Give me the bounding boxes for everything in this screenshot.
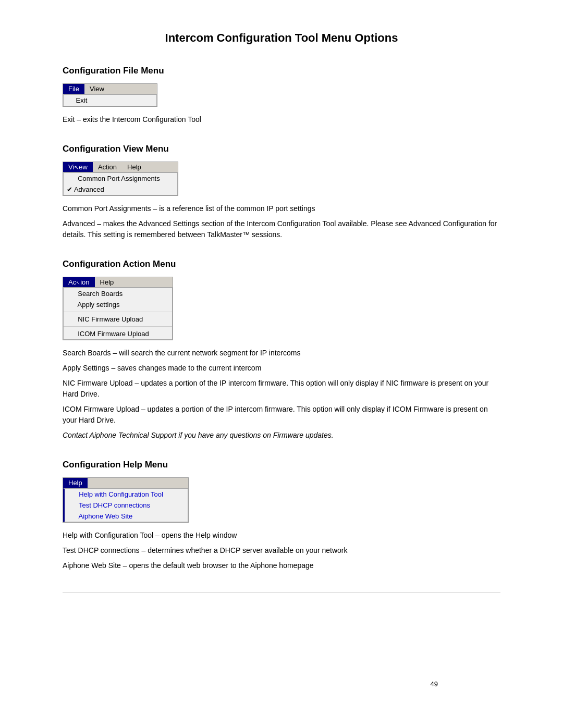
- action-firmware-note: Contact Aiphone Technical Support if you…: [63, 430, 500, 441]
- help-menu-section: Configuration Help Menu Help Help with C…: [63, 460, 500, 571]
- view-menu-mock: View Action Help Common Port Assignments…: [63, 162, 178, 196]
- view-menu-common-port[interactable]: Common Port Assignments: [64, 173, 177, 184]
- view-advanced-description: Advanced – makes the Advanced Settings s…: [63, 218, 500, 240]
- page-title: Intercom Configuration Tool Menu Options: [63, 31, 500, 45]
- file-menu-bar: File View: [63, 84, 157, 94]
- action-menu-section: Configuration Action Menu Ac↖ion Help Se…: [63, 259, 500, 441]
- action-nic-firmware-description: NIC Firmware Upload – updates a portion …: [63, 378, 500, 400]
- help-aiphone-web-description: Aiphone Web Site – opens the default web…: [63, 560, 500, 571]
- file-menu-exit[interactable]: Exit: [64, 95, 156, 106]
- view-common-port-description: Common Port Assignments – is a reference…: [63, 203, 500, 214]
- help-test-dhcp-description: Test DHCP connections – determines wheth…: [63, 545, 500, 556]
- view-menu-heading: Configuration View Menu: [63, 144, 500, 154]
- help-menu-aiphone-web[interactable]: Aiphone Web Site: [65, 511, 188, 522]
- view-menu-dropdown: Common Port Assignments ✔ Advanced: [63, 172, 178, 195]
- action-menu-sep2: [64, 326, 172, 327]
- file-menu-dropdown: Exit: [63, 94, 157, 106]
- action-menu-heading: Configuration Action Menu: [63, 259, 500, 269]
- file-menu-mock: File View Exit: [63, 83, 157, 107]
- file-menu-bar-view[interactable]: View: [84, 84, 109, 94]
- action-menu-mock: Ac↖ion Help Search Boards Apply settings…: [63, 277, 173, 340]
- file-menu-bar-file[interactable]: File: [63, 84, 84, 94]
- action-menu-search-boards[interactable]: Search Boards: [64, 288, 172, 299]
- help-menu-mock: Help Help with Configuration Tool Test D…: [63, 477, 189, 523]
- action-menu-bar-help[interactable]: Help: [95, 277, 119, 287]
- page-number: 49: [431, 680, 438, 688]
- help-menu-config-tool[interactable]: Help with Configuration Tool: [65, 489, 188, 500]
- view-menu-bar-help[interactable]: Help: [122, 162, 146, 172]
- action-search-boards-description: Search Boards – will search the current …: [63, 348, 500, 359]
- view-menu-bar: View Action Help: [63, 162, 178, 172]
- file-menu-section: Configuration File Menu File View Exit E…: [63, 66, 500, 125]
- action-menu-apply-settings[interactable]: Apply settings: [64, 299, 172, 310]
- footer-divider: [63, 592, 500, 593]
- view-menu-section: Configuration View Menu View Action Help…: [63, 144, 500, 240]
- action-menu-bar: Ac↖ion Help: [63, 277, 173, 288]
- action-menu-bar-action[interactable]: Ac↖ion: [63, 277, 95, 287]
- help-menu-heading: Configuration Help Menu: [63, 460, 500, 470]
- action-apply-settings-description: Apply Settings – saves changes made to t…: [63, 363, 500, 374]
- action-menu-sep1: [64, 312, 172, 312]
- action-menu-dropdown: Search Boards Apply settings NIC Firmwar…: [63, 288, 173, 340]
- help-menu-test-dhcp[interactable]: Test DHCP connections: [65, 500, 188, 511]
- action-menu-nic-firmware[interactable]: NIC Firmware Upload: [64, 314, 172, 325]
- help-menu-bar-help[interactable]: Help: [63, 478, 88, 488]
- view-menu-bar-view[interactable]: View: [63, 162, 93, 172]
- file-exit-description: Exit – exits the Intercom Configuration …: [63, 114, 500, 125]
- view-menu-advanced[interactable]: ✔ Advanced: [64, 184, 177, 195]
- action-menu-icom-firmware[interactable]: ICOM Firmware Upload: [64, 328, 172, 339]
- help-menu-bar: Help: [63, 478, 188, 488]
- view-menu-bar-action[interactable]: Action: [93, 162, 122, 172]
- help-menu-dropdown: Help with Configuration Tool Test DHCP c…: [63, 488, 188, 522]
- action-icom-firmware-description: ICOM Firmware Upload – updates a portion…: [63, 404, 500, 426]
- help-config-tool-description: Help with Configuration Tool – opens the…: [63, 530, 500, 541]
- file-menu-heading: Configuration File Menu: [63, 66, 500, 76]
